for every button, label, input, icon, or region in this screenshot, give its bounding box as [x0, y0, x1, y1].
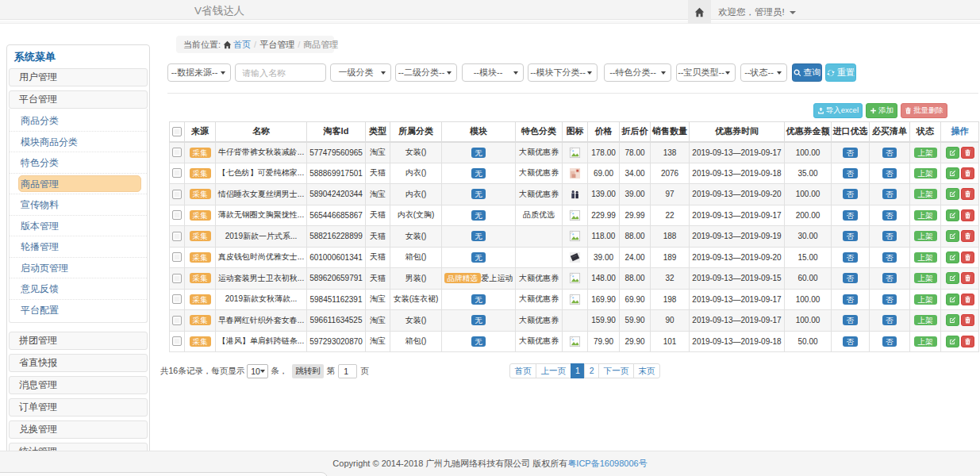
filter-select-1[interactable]: --数据来源-- — [167, 63, 231, 82]
imported-badge[interactable]: 否 — [843, 273, 858, 283]
edit-button[interactable] — [946, 147, 959, 159]
imported-badge[interactable]: 否 — [843, 148, 858, 158]
import-excel-button[interactable]: 导入excel — [813, 103, 863, 118]
status-badge[interactable]: 上架 — [914, 189, 937, 199]
reset-button[interactable]: 重置 — [825, 63, 856, 82]
delete-button[interactable] — [961, 294, 974, 305]
must-buy-badge[interactable]: 否 — [882, 252, 897, 263]
status-badge[interactable]: 上架 — [914, 210, 937, 221]
sidebar-item-宣传物料[interactable]: 宣传物料 — [10, 194, 147, 216]
edit-button[interactable] — [946, 209, 959, 221]
add-button[interactable]: 添加 — [866, 103, 897, 118]
delete-button[interactable] — [961, 167, 974, 179]
sidebar-item-模块商品分类[interactable]: 模块商品分类 — [10, 132, 147, 153]
filter-select-8[interactable]: --状态-- — [740, 63, 787, 82]
page-number-input[interactable] — [338, 364, 357, 378]
edit-button[interactable] — [946, 314, 959, 326]
pager-item-下一页[interactable]: 下一页 — [598, 363, 634, 378]
sidebar-item-特色分类[interactable]: 特色分类 — [10, 152, 147, 174]
batch-delete-button[interactable]: 批量删除 — [901, 103, 947, 118]
status-badge[interactable]: 上架 — [914, 273, 937, 283]
sidebar-section-省直快报[interactable]: 省直快报 — [9, 354, 148, 372]
edit-button[interactable] — [946, 230, 959, 242]
status-badge[interactable]: 上架 — [914, 148, 937, 158]
must-buy-badge[interactable]: 否 — [882, 294, 897, 305]
imported-badge[interactable]: 否 — [843, 315, 858, 325]
sidebar-item-商品管理[interactable]: 商品管理 — [10, 174, 147, 195]
must-buy-badge[interactable]: 否 — [882, 189, 897, 199]
sidebar-item-轮播管理[interactable]: 轮播管理 — [10, 236, 147, 258]
filter-select-4[interactable]: --模块-- — [462, 63, 524, 82]
delete-button[interactable] — [961, 336, 974, 347]
imported-badge[interactable]: 否 — [843, 189, 858, 199]
must-buy-badge[interactable]: 否 — [882, 315, 897, 325]
must-buy-badge[interactable]: 否 — [882, 210, 897, 221]
row-checkbox[interactable] — [172, 294, 182, 304]
delete-button[interactable] — [961, 209, 974, 221]
edit-button[interactable] — [946, 272, 959, 284]
sidebar-section-消息管理[interactable]: 消息管理 — [9, 376, 148, 394]
must-buy-badge[interactable]: 否 — [882, 148, 897, 158]
name-search-input[interactable] — [235, 63, 326, 82]
filter-select-5[interactable]: --模块下分类-- — [528, 63, 598, 82]
pager-item-上一页[interactable]: 上一页 — [536, 363, 571, 378]
status-badge[interactable]: 上架 — [914, 336, 937, 347]
delete-button[interactable] — [961, 188, 974, 200]
pager-item-末页[interactable]: 末页 — [633, 363, 660, 378]
sidebar-item-平台配置[interactable]: 平台配置 — [10, 300, 147, 321]
jump-to-button[interactable]: 跳转到 — [292, 364, 324, 378]
pager-item-首页[interactable]: 首页 — [509, 363, 536, 378]
delete-button[interactable] — [961, 230, 974, 242]
sidebar-item-启动页管理[interactable]: 启动页管理 — [10, 258, 147, 279]
must-buy-badge[interactable]: 否 — [882, 231, 897, 241]
imported-badge[interactable]: 否 — [843, 294, 858, 305]
edit-button[interactable] — [946, 251, 959, 263]
must-buy-badge[interactable]: 否 — [882, 273, 897, 283]
sidebar-section-兑换管理[interactable]: 兑换管理 — [9, 420, 148, 439]
row-checkbox[interactable] — [172, 190, 182, 199]
status-badge[interactable]: 上架 — [914, 315, 937, 325]
imported-badge[interactable]: 否 — [843, 231, 858, 241]
pager-item-1[interactable]: 1 — [571, 363, 586, 378]
icp-link[interactable]: 粤ICP备16098006号 — [567, 459, 647, 468]
imported-badge[interactable]: 否 — [843, 210, 858, 221]
imported-badge[interactable]: 否 — [843, 168, 858, 178]
row-checkbox[interactable] — [172, 168, 182, 178]
imported-badge[interactable]: 否 — [843, 336, 858, 347]
row-checkbox[interactable] — [172, 274, 182, 283]
filter-select-2[interactable]: 一级分类 — [330, 63, 391, 82]
filter-select-6[interactable]: --特色分类-- — [604, 63, 671, 82]
edit-button[interactable] — [946, 336, 959, 347]
select-all-checkbox[interactable] — [172, 127, 182, 136]
delete-button[interactable] — [961, 314, 974, 326]
status-badge[interactable]: 上架 — [914, 168, 937, 178]
pager-item-2[interactable]: 2 — [584, 363, 599, 378]
sidebar-item-版本管理[interactable]: 版本管理 — [10, 216, 147, 237]
sidebar-section-订单管理[interactable]: 订单管理 — [9, 398, 148, 416]
sidebar-item-意见反馈[interactable]: 意见反馈 — [10, 278, 147, 300]
row-checkbox[interactable] — [172, 232, 182, 241]
must-buy-badge[interactable]: 否 — [882, 168, 897, 178]
status-badge[interactable]: 上架 — [914, 294, 937, 305]
status-badge[interactable]: 上架 — [914, 231, 937, 241]
search-button[interactable]: 查询 — [792, 63, 822, 82]
row-checkbox[interactable] — [172, 252, 182, 262]
imported-badge[interactable]: 否 — [843, 252, 858, 263]
delete-button[interactable] — [961, 251, 974, 263]
header-home-button[interactable] — [688, 0, 711, 24]
horizontal-scrollbar-thumb[interactable] — [0, 472, 328, 476]
must-buy-badge[interactable]: 否 — [882, 336, 897, 347]
status-badge[interactable]: 上架 — [914, 252, 937, 263]
filter-select-7[interactable]: --宝贝类型-- — [676, 63, 736, 82]
sidebar-item-商品分类[interactable]: 商品分类 — [10, 110, 147, 132]
row-checkbox[interactable] — [172, 336, 182, 346]
edit-button[interactable] — [946, 167, 959, 179]
sidebar-section-拼团管理[interactable]: 拼团管理 — [9, 332, 148, 350]
edit-button[interactable] — [946, 188, 959, 200]
sidebar-section-用户管理[interactable]: 用户管理 — [9, 68, 148, 86]
sidebar-section-平台管理[interactable]: 平台管理 — [9, 90, 148, 109]
user-menu[interactable]: 欢迎您，管理员! — [718, 0, 796, 24]
filter-select-3[interactable]: --二级分类-- — [395, 63, 457, 82]
edit-button[interactable] — [946, 294, 959, 305]
delete-button[interactable] — [961, 272, 974, 284]
